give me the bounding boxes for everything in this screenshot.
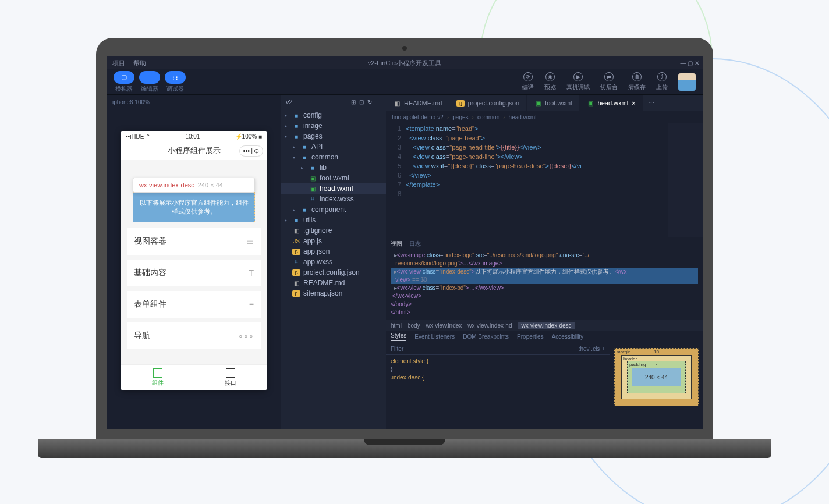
file-image[interactable]: ▸ ■ image: [281, 120, 386, 131]
css-icon: ⌗: [309, 196, 317, 203]
tree-action-icon[interactable]: ↻: [367, 99, 372, 105]
file-sitemap.json[interactable]: {} sitemap.json: [281, 288, 386, 299]
capsule-menu-icon[interactable]: •••: [243, 147, 250, 155]
file-.gitignore[interactable]: ◧ .gitignore: [281, 225, 386, 236]
tool-切后台[interactable]: ⇄切后台: [600, 72, 618, 91]
file-foot.wxml[interactable]: ▣ foot.wxml: [281, 173, 386, 183]
close-icon[interactable]: ✕: [631, 100, 636, 107]
tree-action-icon[interactable]: ⊡: [359, 99, 364, 105]
toolbar: ▢模拟器 编辑器 ⫶⫶调试器 ⟳编译 ◉预览 ▶真机调试 ⇄切后台 🗑清缓存 ⤴…: [107, 69, 703, 95]
component-row[interactable]: 表单组件≡: [127, 291, 261, 318]
dt-subtab-Event Listeners[interactable]: Event Listeners: [414, 333, 455, 340]
tab-组件[interactable]: 组件: [121, 365, 194, 390]
file-pages[interactable]: ▾ ■ pages: [281, 131, 386, 141]
phone-tabbar: 组件 接口: [121, 364, 267, 390]
tree-action-icon[interactable]: ⊞: [351, 99, 356, 105]
capsule-close-icon[interactable]: ⊙: [254, 147, 259, 155]
minimap[interactable]: [668, 123, 703, 237]
crumb[interactable]: pages: [452, 114, 468, 120]
tool-编译[interactable]: ⟳编译: [522, 72, 534, 91]
dt-subtab-Accessibility[interactable]: Accessibility: [552, 333, 583, 340]
tab-接口[interactable]: 接口: [194, 365, 267, 390]
tool-清缓存[interactable]: 🗑清缓存: [628, 72, 646, 91]
code-editor[interactable]: 12345678 <template name="head"> <view cl…: [386, 123, 703, 237]
bm-margin-label: margin: [617, 349, 630, 354]
dt-subtab-Styles[interactable]: Styles: [391, 332, 406, 341]
dom-crumb[interactable]: wx-view.index-hd: [467, 322, 512, 329]
tool-上传[interactable]: ⤴上传: [656, 72, 668, 91]
file-common[interactable]: ▾ ■ common: [281, 152, 386, 162]
file-project.config.json[interactable]: {} project.config.json: [281, 267, 386, 278]
file-head.wxml[interactable]: ▣ head.wxml: [281, 183, 386, 194]
folder-icon: ■: [292, 123, 300, 129]
bm-margin-top: 10: [654, 349, 659, 354]
dom-inspector[interactable]: ▸<wx-image class="index-logo" src="../re…: [386, 250, 703, 320]
file-utils[interactable]: ▸ ■ utils: [281, 215, 386, 225]
dt-tab-视图[interactable]: 视图: [391, 240, 402, 248]
md-icon: ◧: [292, 228, 300, 234]
dom-crumb[interactable]: body: [408, 322, 420, 329]
md-icon: ◧: [292, 280, 300, 286]
breadcrumb: fino-applet-demo-v2›pages›common›head.wx…: [386, 111, 703, 123]
component-row[interactable]: 导航∘∘∘: [127, 322, 261, 349]
bm-padding-top: -: [656, 361, 657, 367]
crumb[interactable]: fino-applet-demo-v2: [392, 114, 444, 120]
styles-panel[interactable]: element.style {}.index-desc {</span></di…: [386, 355, 610, 429]
dom-breadcrumb[interactable]: htmlbodywx-view.indexwx-view.index-hdwx-…: [386, 320, 703, 331]
tool-真机调试[interactable]: ▶真机调试: [566, 72, 590, 91]
wxml-icon: ▣: [309, 175, 317, 182]
tooltip-element: wx-view.index-desc: [139, 182, 194, 189]
folder-icon: ■: [292, 112, 300, 119]
folder-icon: ■: [300, 207, 309, 213]
capsule-button[interactable]: ••• | ⊙: [239, 145, 263, 157]
file-component[interactable]: ▸ ■ component: [281, 204, 386, 215]
styles-filter-input[interactable]: Filter: [391, 346, 403, 352]
folder-icon: ■: [300, 144, 309, 150]
editor-tab-foot.wxml[interactable]: ▣ foot.wxml: [527, 95, 579, 111]
phone-navbar: 小程序组件展示 ••• | ⊙: [121, 141, 267, 160]
tab-overflow-icon[interactable]: ⋯: [643, 100, 659, 107]
file-app.wxss[interactable]: ⌗ app.wxss: [281, 257, 386, 267]
component-row[interactable]: 基础内容T: [127, 260, 261, 286]
dt-tab-日志[interactable]: 日志: [409, 240, 421, 248]
json-icon: {}: [456, 100, 465, 107]
phone-preview: ••ıl IDE ⌃ 10:01 ⚡100% ■ 小程序组件展示 ••• | ⊙: [121, 131, 267, 390]
file-lib[interactable]: ▸ ■ lib: [281, 162, 386, 173]
avatar[interactable]: [678, 73, 696, 91]
dom-crumb[interactable]: wx-view.index-desc: [518, 322, 575, 329]
editor-tab-README.md[interactable]: ◧ README.md: [386, 95, 449, 111]
file-index.wxss[interactable]: ⌗ index.wxss: [281, 194, 386, 204]
window-controls[interactable]: — ▢ ✕: [680, 60, 699, 66]
tree-action-icon[interactable]: ⋯: [375, 99, 381, 105]
status-signal: ••ıl IDE ⌃: [126, 133, 150, 140]
wxml-icon: ▣: [309, 186, 317, 192]
file-config[interactable]: ▸ ■ config: [281, 110, 386, 120]
crumb[interactable]: head.wxml: [509, 114, 537, 120]
dt-subtab-DOM Breakpoints[interactable]: DOM Breakpoints: [463, 333, 509, 340]
menu-项目[interactable]: 项目: [112, 59, 125, 68]
window-title: v2-FinClip小程序开发工具: [368, 59, 442, 68]
dom-crumb[interactable]: wx-view.index: [426, 322, 462, 329]
tool-调试器[interactable]: ⫶⫶调试器: [165, 71, 186, 93]
file-app.json[interactable]: {} app.json: [281, 246, 386, 257]
project-root: v2: [286, 98, 293, 105]
component-row[interactable]: 视图容器▭: [127, 228, 261, 255]
phone-statusbar: ••ıl IDE ⌃ 10:01 ⚡100% ■: [121, 131, 267, 141]
file-app.js[interactable]: JS app.js: [281, 236, 386, 246]
editor-tab-head.wxml[interactable]: ▣ head.wxml✕: [580, 95, 644, 111]
tool-预览[interactable]: ◉预览: [544, 72, 556, 91]
tooltip-size: 240 × 44: [198, 182, 223, 189]
simulator-panel: iphone6 100% ••ıl IDE ⌃ 10:01 ⚡100% ■ 小程…: [107, 95, 281, 429]
dt-subtab-Properties[interactable]: Properties: [517, 333, 544, 340]
tool-编辑器[interactable]: 编辑器: [139, 71, 160, 93]
file-README.md[interactable]: ◧ README.md: [281, 278, 386, 288]
highlighted-element[interactable]: 以下将展示小程序官方组件能力，组件样式仅供参考。: [133, 192, 255, 222]
editor-tab-project.config.json[interactable]: {} project.config.json: [449, 95, 527, 111]
dom-crumb[interactable]: html: [391, 322, 402, 329]
file-API[interactable]: ▸ ■ API: [281, 141, 386, 152]
crumb[interactable]: common: [477, 114, 499, 120]
inspect-tooltip: wx-view.index-desc240 × 44: [133, 178, 255, 193]
menu-帮助[interactable]: 帮助: [133, 59, 146, 68]
styles-filter-tools[interactable]: :hov .cls +: [579, 346, 605, 352]
tool-模拟器[interactable]: ▢模拟器: [114, 71, 134, 93]
